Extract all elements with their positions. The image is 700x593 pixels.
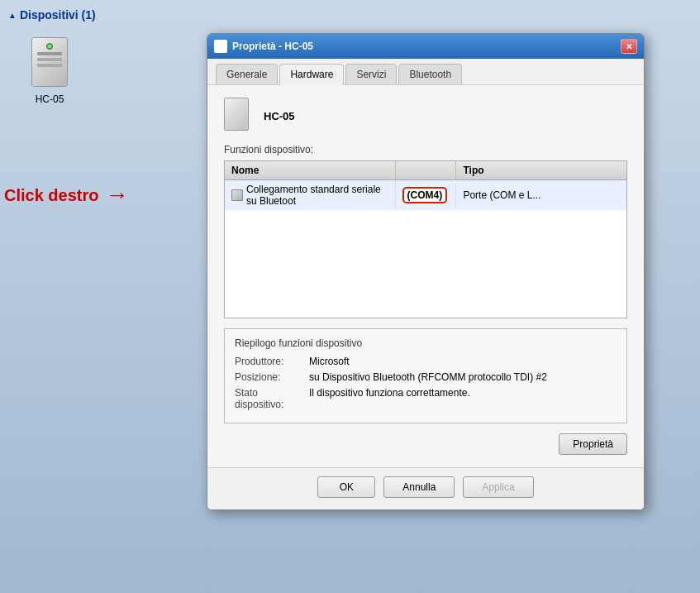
ok-button[interactable]: OK bbox=[317, 476, 375, 498]
tab-servizi[interactable]: Servizi bbox=[345, 64, 397, 84]
summary-produttore: Produttore: Microsoft bbox=[235, 356, 617, 367]
cancel-button[interactable]: Annulla bbox=[383, 476, 455, 498]
device-header-icon bbox=[224, 98, 254, 134]
close-button[interactable]: ✕ bbox=[621, 39, 637, 54]
tower-slot-1 bbox=[37, 52, 62, 55]
tab-bluetooth[interactable]: Bluetooth bbox=[398, 64, 462, 84]
table-row[interactable]: Collegamento standard seriale su Bluetoo… bbox=[225, 180, 626, 210]
properties-btn-row: Proprietà bbox=[224, 433, 627, 455]
devices-panel: Dispositivi (1) HC-05 Click destro → bbox=[0, 0, 182, 593]
dialog-footer: OK Annulla Applica bbox=[207, 467, 644, 509]
tower-slot-2 bbox=[37, 58, 62, 61]
cell-tipo: Porte (COM e L... bbox=[456, 186, 626, 204]
tower-light bbox=[46, 43, 53, 50]
row-device-icon bbox=[231, 189, 243, 201]
header-com bbox=[396, 161, 457, 179]
header-nome: Nome bbox=[225, 161, 396, 179]
desktop: Dispositivi (1) HC-05 Click destro → bbox=[0, 0, 700, 593]
summary-stato: Stato dispositivo: Il dispositivo funzio… bbox=[235, 387, 617, 410]
tab-generale[interactable]: Generale bbox=[216, 64, 278, 84]
click-text: Click destro bbox=[4, 186, 98, 205]
title-bar-icon: ⊞ bbox=[214, 40, 227, 53]
summary-title: Riepilogo funzioni dispositivo bbox=[235, 337, 617, 349]
device-header-name: HC-05 bbox=[264, 110, 295, 122]
funzioni-label: Funzioni dispositivo: bbox=[224, 144, 627, 155]
device-hc05[interactable]: HC-05 bbox=[17, 34, 83, 105]
properties-dialog: ⊞ Proprietà - HC-05 ✕ Generale Hardware … bbox=[207, 33, 645, 510]
apply-button[interactable]: Applica bbox=[463, 476, 533, 498]
table-empty-area bbox=[225, 210, 626, 318]
cell-com: (COM4) bbox=[396, 184, 457, 207]
table-header: Nome Tipo bbox=[225, 161, 626, 180]
tab-bar: Generale Hardware Servizi Bluetooth bbox=[207, 59, 644, 85]
device-tower-icon bbox=[27, 34, 72, 90]
summary-posizione: Posizione: su Dispositivo Bluetooth (RFC… bbox=[235, 371, 617, 383]
cell-nome: Collegamento standard seriale su Bluetoo… bbox=[225, 180, 396, 210]
small-tower-icon bbox=[224, 98, 249, 131]
title-buttons: ✕ bbox=[621, 39, 637, 54]
dialog-content: HC-05 Funzioni dispositivo: Nome Tipo Co… bbox=[207, 85, 644, 467]
title-bar-left: ⊞ Proprietà - HC-05 bbox=[214, 40, 313, 53]
properties-button[interactable]: Proprietà bbox=[559, 433, 627, 455]
com4-highlight: (COM4) bbox=[402, 187, 448, 203]
summary-section: Riepilogo funzioni dispositivo Produttor… bbox=[224, 328, 627, 423]
arrow-right-icon: → bbox=[105, 182, 128, 208]
tower-slot-3 bbox=[37, 64, 62, 67]
devices-title: Dispositivi (1) bbox=[8, 8, 174, 22]
device-header: HC-05 bbox=[224, 98, 627, 134]
title-bar: ⊞ Proprietà - HC-05 ✕ bbox=[207, 34, 644, 59]
tab-hardware[interactable]: Hardware bbox=[279, 64, 344, 85]
dialog-title: Proprietà - HC-05 bbox=[232, 41, 313, 52]
header-tipo: Tipo bbox=[456, 161, 626, 179]
device-table: Nome Tipo Collegamento standard seriale … bbox=[224, 160, 627, 318]
device-name-label: HC-05 bbox=[36, 93, 64, 105]
click-annotation: Click destro → bbox=[4, 182, 128, 208]
